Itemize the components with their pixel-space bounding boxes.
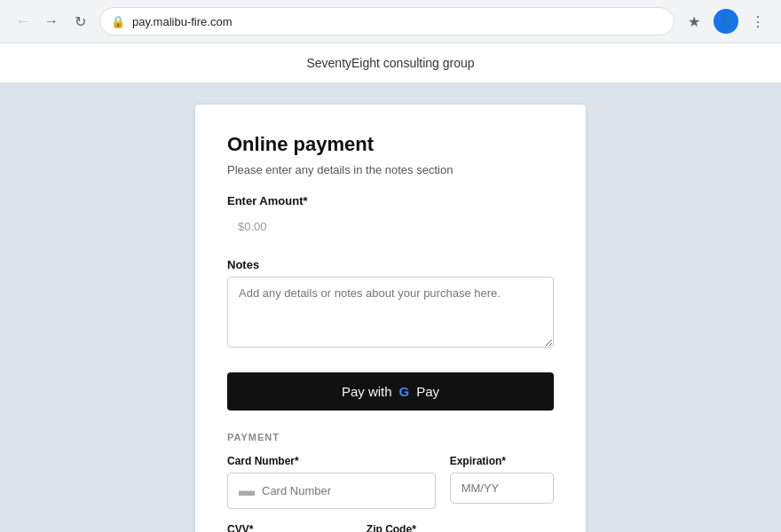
address-bar[interactable]: 🔒 pay.malibu-fire.com [99,7,674,35]
payment-section-label: PAYMENT [227,432,554,442]
toolbar-actions: ★ 👤 ⋮ [682,9,770,34]
notes-textarea[interactable] [227,277,554,348]
expiration-field: Expiration* [450,455,554,509]
reload-button[interactable]: ↻ [67,9,92,34]
card-number-required: * [295,455,299,467]
url-text: pay.malibu-fire.com [132,15,663,28]
zip-field: Zip Code* [367,523,554,532]
menu-button[interactable]: ⋮ [746,9,770,34]
cvv-zip-row: CVV* Zip Code* [227,523,554,532]
payment-title: Online payment [227,133,554,156]
card-number-input[interactable] [262,484,424,497]
site-title: SeventyEight consulting group [306,56,474,70]
card-number-input-wrapper[interactable]: ▬ [227,473,436,509]
cvv-label: CVV* [227,523,352,532]
cvv-field: CVV* [227,523,352,532]
card-chip-icon: ▬ [239,481,255,500]
card-expiry-row: Card Number* ▬ Expiration* [227,455,554,509]
gpay-g-icon: G [399,384,410,399]
page-wrapper: SeventyEight consulting group Online pay… [0,43,781,532]
payment-subtitle: Please enter any details in the notes se… [227,163,554,176]
browser-chrome: ← → ↻ 🔒 pay.malibu-fire.com ★ 👤 ⋮ [0,0,781,43]
lock-icon: 🔒 [111,15,125,28]
notes-label: Notes [227,258,554,271]
back-button[interactable]: ← [11,9,36,34]
zip-required: * [412,523,416,532]
scrollable-area[interactable]: SeventyEight consulting group Online pay… [0,43,781,532]
cvv-required: * [249,523,254,532]
expiration-input-wrapper[interactable] [450,473,554,504]
expiration-input[interactable] [462,481,542,495]
profile-button[interactable]: 👤 [714,9,738,34]
forward-button[interactable]: → [39,9,64,34]
payment-card: Online payment Please enter any details … [195,105,586,532]
page-header: SeventyEight consulting group [0,43,781,83]
gpay-label: Pay with [342,384,392,399]
zip-label: Zip Code* [367,523,554,532]
expiration-required: * [501,455,506,467]
expiration-label: Expiration* [450,455,554,467]
profile-icon: 👤 [719,14,734,28]
gpay-button[interactable]: Pay with G Pay [227,372,554,411]
gpay-suffix: Pay [416,384,439,399]
card-number-label: Card Number* [227,455,436,467]
browser-toolbar: ← → ↻ 🔒 pay.malibu-fire.com ★ 👤 ⋮ [0,0,781,43]
amount-label: Enter Amount* [227,194,554,207]
card-number-field: Card Number* ▬ [227,455,436,509]
nav-buttons: ← → ↻ [11,9,92,34]
amount-input[interactable] [227,213,554,240]
bookmark-button[interactable]: ★ [682,9,706,34]
